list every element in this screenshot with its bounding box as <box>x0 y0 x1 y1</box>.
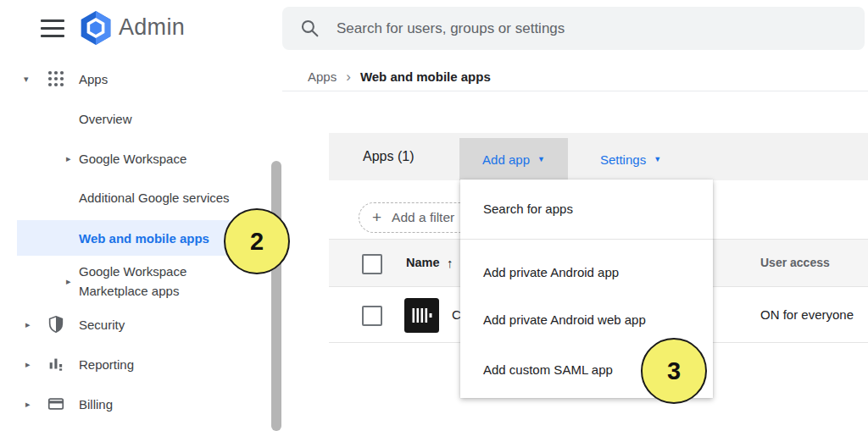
settings-button[interactable]: Settings ▼ <box>583 138 678 180</box>
shield-icon <box>47 315 65 334</box>
sidebar-item-label: Additional Google services <box>79 191 230 205</box>
sidebar-item-billing[interactable]: ▸ Billing <box>0 391 264 417</box>
search-input[interactable]: Search for users, groups or settings <box>282 7 865 50</box>
sidebar-item-label: Google Workspace Marketplace apps <box>79 262 236 301</box>
sidebar-item-additional-google-services[interactable]: Additional Google services <box>0 185 264 210</box>
user-access-value: ON for everyone <box>760 287 854 343</box>
chevron-right-icon: ▸ <box>66 153 71 164</box>
sidebar-scrollbar[interactable] <box>271 161 281 431</box>
chevron-right-icon: ▸ <box>25 319 31 330</box>
sidebar-item-label: Security <box>79 318 125 332</box>
sidebar-item-label: Apps <box>79 72 108 86</box>
hamburger-menu-icon[interactable] <box>41 18 66 38</box>
user-access-column-header: User access <box>760 240 830 286</box>
sidebar-item-label: Billing <box>79 397 113 412</box>
menu-item-add-private-android-web-app[interactable]: Add private Android web app <box>460 302 713 338</box>
apps-grid-icon <box>47 69 65 88</box>
annotation-step-3: 3 <box>641 338 707 404</box>
chevron-right-icon: ▸ <box>66 276 71 287</box>
breadcrumb-apps-link[interactable]: Apps <box>308 69 337 84</box>
caret-down-icon: ▼ <box>537 155 545 163</box>
add-filter-label: Add a filter <box>392 210 454 225</box>
search-icon <box>299 18 320 39</box>
breadcrumb: Apps › Web and mobile apps <box>308 68 491 85</box>
chevron-right-icon: ▸ <box>25 399 31 410</box>
chevron-right-icon: ▸ <box>25 359 31 370</box>
sidebar-item-overview[interactable]: Overview <box>0 106 264 131</box>
menu-divider <box>460 239 713 240</box>
sidebar-item-label: Google Workspace <box>79 152 186 166</box>
sidebar-item-reporting[interactable]: ▸ Reporting <box>0 351 264 377</box>
credit-card-icon <box>47 395 65 413</box>
add-app-button-label: Add app <box>482 152 530 167</box>
sidebar-item-label: Overview <box>79 112 132 126</box>
sidebar-item-google-workspace-marketplace-apps[interactable]: ▸ Google Workspace Marketplace apps <box>0 261 264 301</box>
breadcrumb-current-page: Web and mobile apps <box>360 69 491 84</box>
sort-arrow-up-icon[interactable]: ↑ <box>447 240 453 286</box>
name-column-header[interactable]: Name <box>406 240 440 286</box>
product-name: Admin <box>119 14 185 41</box>
add-app-button[interactable]: Add app ▼ <box>459 138 568 180</box>
settings-button-label: Settings <box>600 152 646 167</box>
annotation-step-2: 2 <box>224 208 290 274</box>
apps-count-label: Apps (1) <box>363 133 414 180</box>
row-checkbox[interactable] <box>362 306 382 326</box>
sidebar-item-label: Reporting <box>79 357 134 372</box>
plus-icon: + <box>372 208 381 227</box>
sidebar-item-security[interactable]: ▸ Security <box>0 312 264 337</box>
menu-item-add-private-android-app[interactable]: Add private Android app <box>460 255 713 290</box>
select-all-checkbox[interactable] <box>362 254 382 274</box>
sidebar-item-google-workspace[interactable]: ▸ Google Workspace <box>0 146 264 171</box>
sidebar-item-label: Web and mobile apps <box>79 231 209 246</box>
breadcrumb-chevron-icon: › <box>346 70 351 83</box>
search-placeholder: Search for users, groups or settings <box>337 7 565 50</box>
app-barcode-icon <box>404 298 439 333</box>
caret-down-icon: ▼ <box>654 155 661 163</box>
bar-chart-icon <box>47 355 65 373</box>
admin-logo-icon <box>78 10 114 46</box>
expand-more-icon: ▾ <box>24 74 29 85</box>
header-divider <box>282 91 868 91</box>
sidebar-item-apps[interactable]: ▾ Apps <box>0 66 264 91</box>
menu-item-search-for-apps[interactable]: Search for apps <box>460 191 713 227</box>
